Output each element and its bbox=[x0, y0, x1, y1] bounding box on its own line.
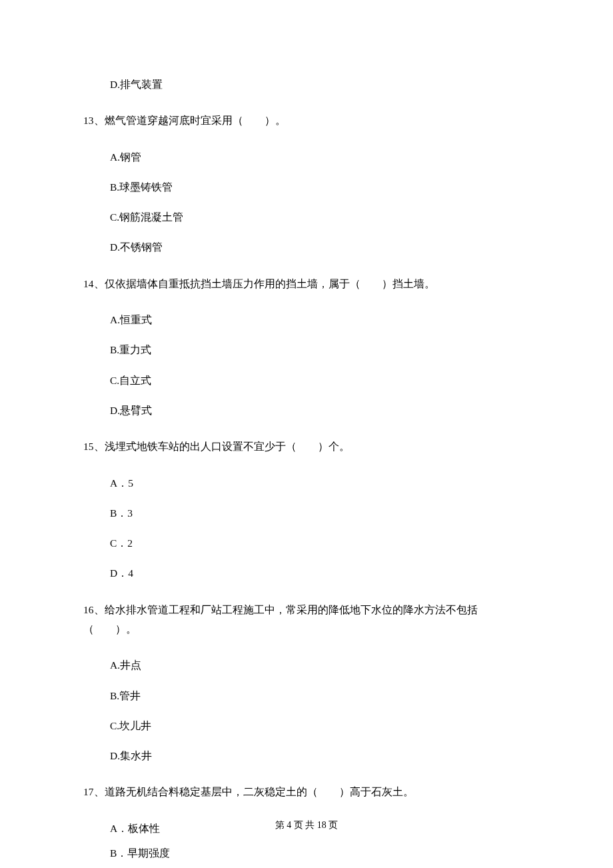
option-a: A．5 bbox=[110, 475, 530, 491]
option-list: A.恒重式 B.重力式 C.自立式 D.悬臂式 bbox=[110, 312, 530, 418]
question-number: 16 bbox=[83, 604, 94, 615]
option-d: D.悬臂式 bbox=[110, 403, 530, 418]
option-b: B．早期强度 bbox=[110, 845, 530, 861]
option-list: A.井点 B.管井 C.坎儿井 D.集水井 bbox=[110, 657, 530, 763]
question-15: 15、浅埋式地铁车站的出人口设置不宜少于（ ）个。 A．5 B．3 C．2 D．… bbox=[83, 437, 530, 581]
document-page: D.排气装置 13、燃气管道穿越河底时宜采用（ ）。 A.钢管 B.球墨铸铁管 … bbox=[0, 0, 613, 861]
option-b: B.管井 bbox=[110, 688, 530, 703]
question-stem: 给水排水管道工程和厂站工程施工中，常采用的降低地下水位的降水方法不包括（ ）。 bbox=[83, 604, 478, 635]
question-16: 16、给水排水管道工程和厂站工程施工中，常采用的降低地下水位的降水方法不包括（ … bbox=[83, 600, 530, 764]
option-list: A．5 B．3 C．2 D．4 bbox=[110, 475, 530, 581]
option-b: B.重力式 bbox=[110, 342, 530, 357]
question-number: 13 bbox=[83, 115, 94, 126]
option-list: A.钢管 B.球墨铸铁管 C.钢筋混凝土管 D.不锈钢管 bbox=[110, 149, 530, 255]
question-number: 14 bbox=[83, 278, 94, 289]
option-d: D．4 bbox=[110, 565, 530, 581]
option-a: A.钢管 bbox=[110, 149, 530, 165]
option-c: C.坎儿井 bbox=[110, 718, 530, 733]
page-footer: 第 4 页 共 18 页 bbox=[0, 819, 613, 831]
option-c: C．2 bbox=[110, 535, 530, 551]
question-text: 14、仅依据墙体自重抵抗挡土墙压力作用的挡土墙，属于（ ）挡土墙。 bbox=[83, 274, 530, 293]
option-b: B.球墨铸铁管 bbox=[110, 179, 530, 195]
orphan-option: D.排气装置 bbox=[110, 77, 530, 92]
question-number: 17 bbox=[83, 786, 94, 797]
option-c: C.自立式 bbox=[110, 373, 530, 388]
question-14: 14、仅依据墙体自重抵抗挡土墙压力作用的挡土墙，属于（ ）挡土墙。 A.恒重式 … bbox=[83, 274, 530, 418]
option-a: A.恒重式 bbox=[110, 312, 530, 327]
option-a: A.井点 bbox=[110, 657, 530, 673]
question-13: 13、燃气管道穿越河底时宜采用（ ）。 A.钢管 B.球墨铸铁管 C.钢筋混凝土… bbox=[83, 111, 530, 255]
option-d: D.集水井 bbox=[110, 748, 530, 763]
question-number: 15 bbox=[83, 441, 94, 452]
question-text: 16、给水排水管道工程和厂站工程施工中，常采用的降低地下水位的降水方法不包括（ … bbox=[83, 600, 530, 639]
question-stem: 燃气管道穿越河底时宜采用（ ）。 bbox=[105, 115, 286, 126]
question-stem: 道路无机结合料稳定基层中，二灰稳定土的（ ）高于石灰土。 bbox=[105, 786, 414, 797]
option-d: D.不锈钢管 bbox=[110, 239, 530, 255]
question-stem: 仅依据墙体自重抵抗挡土墙压力作用的挡土墙，属于（ ）挡土墙。 bbox=[105, 278, 435, 289]
question-text: 15、浅埋式地铁车站的出人口设置不宜少于（ ）个。 bbox=[83, 437, 530, 456]
question-text: 17、道路无机结合料稳定基层中，二灰稳定土的（ ）高于石灰土。 bbox=[83, 782, 530, 801]
question-text: 13、燃气管道穿越河底时宜采用（ ）。 bbox=[83, 111, 530, 130]
option-c: C.钢筋混凝土管 bbox=[110, 209, 530, 225]
option-b: B．3 bbox=[110, 505, 530, 521]
question-stem: 浅埋式地铁车站的出人口设置不宜少于（ ）个。 bbox=[105, 441, 350, 452]
